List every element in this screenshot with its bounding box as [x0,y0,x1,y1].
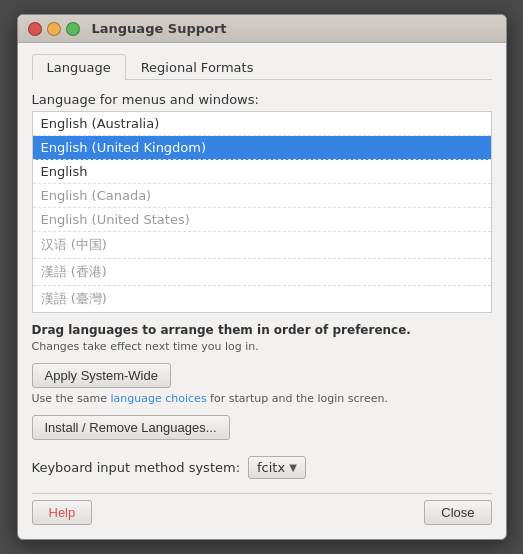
list-item[interactable]: English (United States) [33,208,491,232]
apply-system-wide-button[interactable]: Apply System-Wide [32,363,171,388]
titlebar: Language Support [18,15,506,43]
close-window-button[interactable] [28,22,42,36]
drag-note: Drag languages to arrange them in order … [32,323,492,337]
keyboard-value: fcitx [257,460,285,475]
list-item[interactable]: 漢語 (香港) [33,259,491,286]
window-controls [28,22,80,36]
language-support-window: Language Support Language Regional Forma… [17,14,507,540]
language-list: English (Australia) English (United King… [32,111,492,313]
window-title: Language Support [92,21,227,36]
install-row: Install / Remove Languages... [32,415,492,444]
apply-row: Apply System-Wide [32,363,492,392]
main-content: Language Regional Formats Language for m… [18,43,506,539]
tab-language[interactable]: Language [32,54,126,80]
list-item[interactable]: 汉语 (中国) [33,232,491,259]
apply-note: Use the same language choices for startu… [32,392,492,405]
drag-note-bold: Drag languages to arrange them in order … [32,323,411,337]
help-button[interactable]: Help [32,500,93,525]
list-item[interactable]: English [33,160,491,184]
list-item[interactable]: English (Canada) [33,184,491,208]
footer: Help Close [32,493,492,525]
list-item[interactable]: English (United Kingdom) [33,136,491,160]
language-section-label: Language for menus and windows: [32,92,492,107]
drag-subnote: Changes take effect next time you log in… [32,340,492,353]
tab-bar: Language Regional Formats [32,53,492,80]
list-item[interactable]: 漢語 (臺灣) [33,286,491,312]
apply-note-link: language choices [111,392,207,405]
close-button[interactable]: Close [424,500,491,525]
keyboard-input-dropdown[interactable]: fcitx ▼ [248,456,306,479]
keyboard-row: Keyboard input method system: fcitx ▼ [32,456,492,479]
maximize-button[interactable] [66,22,80,36]
minimize-button[interactable] [47,22,61,36]
dropdown-arrow-icon: ▼ [289,462,297,473]
keyboard-label: Keyboard input method system: [32,460,241,475]
install-remove-button[interactable]: Install / Remove Languages... [32,415,230,440]
list-item[interactable]: English (Australia) [33,112,491,136]
tab-regional-formats[interactable]: Regional Formats [126,54,269,80]
